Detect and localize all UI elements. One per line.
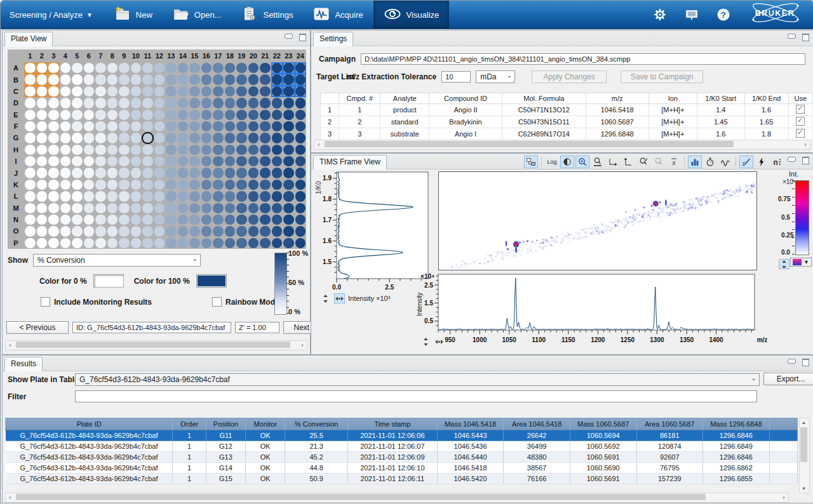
results-col-order[interactable]: Order (173, 418, 206, 430)
well-C4[interactable] (60, 86, 72, 97)
well-A18[interactable] (224, 62, 236, 74)
well-M5[interactable] (71, 202, 83, 214)
tolerance-unit-select[interactable]: mDa ⌄ (476, 70, 515, 83)
well-B2[interactable] (36, 74, 48, 85)
well-J22[interactable] (271, 167, 283, 178)
well-P9[interactable] (118, 237, 130, 249)
well-H15[interactable] (189, 144, 201, 156)
autoscale-y-icon[interactable] (320, 293, 331, 303)
well-B8[interactable] (107, 74, 119, 85)
well-G14[interactable] (177, 132, 189, 143)
well-B17[interactable] (212, 74, 224, 85)
well-E20[interactable] (248, 109, 260, 121)
well-G23[interactable] (283, 132, 295, 143)
well-H9[interactable] (118, 144, 130, 156)
well-E17[interactable] (212, 109, 224, 121)
well-B18[interactable] (224, 74, 236, 85)
well-D21[interactable] (259, 97, 271, 109)
well-A4[interactable] (60, 62, 72, 74)
well-D9[interactable] (118, 97, 130, 109)
annotate-icon[interactable] (739, 156, 753, 168)
well-N15[interactable] (189, 214, 201, 225)
zoom-region-icon[interactable] (636, 156, 650, 168)
well-P1[interactable] (24, 237, 36, 249)
well-A3[interactable] (48, 62, 60, 74)
well-N12[interactable] (154, 214, 166, 225)
well-D17[interactable] (212, 97, 224, 109)
well-A12[interactable] (154, 62, 166, 74)
acquire-button[interactable]: Acquire (303, 1, 373, 29)
well-G21[interactable] (259, 132, 271, 143)
well-L24[interactable] (295, 190, 307, 202)
well-P11[interactable] (142, 237, 154, 249)
well-J24[interactable] (295, 167, 307, 178)
well-P17[interactable] (212, 237, 224, 249)
well-D7[interactable] (95, 97, 107, 109)
well-E24[interactable] (295, 109, 307, 121)
results-col-mass-1296-6848[interactable]: Mass 1296.6848 (703, 418, 770, 430)
target-col-Ion[interactable]: Ion (648, 93, 697, 104)
use-checkbox[interactable] (796, 117, 805, 126)
well-C6[interactable] (83, 86, 95, 97)
well-A8[interactable] (107, 62, 119, 74)
well-G1[interactable] (24, 132, 36, 143)
well-E16[interactable] (201, 109, 213, 121)
well-L10[interactable] (130, 190, 142, 202)
mode-menu[interactable]: Screening / Analyze ▼ (1, 1, 104, 29)
well-B6[interactable] (83, 74, 95, 85)
well-M4[interactable] (60, 202, 72, 214)
well-F2[interactable] (36, 121, 48, 132)
well-K11[interactable] (142, 179, 154, 190)
well-F9[interactable] (118, 121, 130, 132)
well-M3[interactable] (48, 202, 60, 214)
well-L20[interactable] (248, 190, 260, 202)
well-M10[interactable] (130, 202, 142, 214)
well-L16[interactable] (201, 190, 213, 202)
well-I24[interactable] (295, 156, 307, 167)
well-B9[interactable] (118, 74, 130, 85)
well-G17[interactable] (212, 132, 224, 143)
well-A2[interactable] (36, 62, 48, 74)
well-K3[interactable] (48, 179, 60, 190)
well-F23[interactable] (283, 121, 295, 132)
tab-tims-frame-view[interactable]: TIMS Frame View (313, 155, 387, 169)
well-E6[interactable] (83, 109, 95, 121)
well-A5[interactable] (71, 62, 83, 74)
well-J16[interactable] (201, 167, 213, 178)
well-K14[interactable] (177, 179, 189, 190)
well-P13[interactable] (165, 237, 177, 249)
well-A23[interactable] (283, 62, 295, 74)
results-row-g14[interactable]: G_76cf54d3-612b-4843-93da-9629b4c7cbaf1G… (6, 463, 798, 474)
well-F8[interactable] (107, 121, 119, 132)
well-O13[interactable] (165, 225, 177, 237)
results-row-g12[interactable]: G_76cf54d3-612b-4843-93da-9629b4c7cbaf1G… (6, 441, 798, 452)
well-K10[interactable] (130, 179, 142, 190)
well-K9[interactable] (118, 179, 130, 190)
previous-button[interactable]: < Previous (6, 321, 69, 334)
well-P6[interactable] (83, 237, 95, 249)
well-I13[interactable] (165, 156, 177, 167)
maximize-icon[interactable] (299, 34, 306, 41)
results-col-area-1046-5418[interactable]: Area 1046.5418 (504, 418, 570, 430)
minimize-icon[interactable] (788, 359, 796, 364)
target-col-Analyte[interactable]: Analyte (380, 93, 429, 104)
well-K21[interactable] (259, 179, 271, 190)
well-E14[interactable] (177, 109, 189, 121)
maximize-icon[interactable] (802, 157, 809, 164)
well-C3[interactable] (48, 86, 60, 97)
well-N21[interactable] (259, 214, 271, 225)
well-N3[interactable] (48, 214, 60, 225)
well-O17[interactable] (212, 225, 224, 237)
well-I2[interactable] (36, 156, 48, 167)
well-A1[interactable] (24, 62, 36, 74)
colormap-select[interactable]: ▼ (790, 258, 812, 267)
well-H24[interactable] (295, 144, 307, 156)
well-D1[interactable] (24, 97, 36, 109)
well-A9[interactable] (118, 62, 130, 74)
well-O6[interactable] (83, 225, 95, 237)
well-D22[interactable] (271, 97, 283, 109)
scale-x-icon[interactable] (606, 156, 620, 168)
results-col-area-1060-5687[interactable]: Area 1060.5687 (636, 418, 703, 430)
autoscale-x-icon[interactable] (334, 293, 345, 303)
autoscale-y-icon[interactable] (779, 259, 789, 269)
